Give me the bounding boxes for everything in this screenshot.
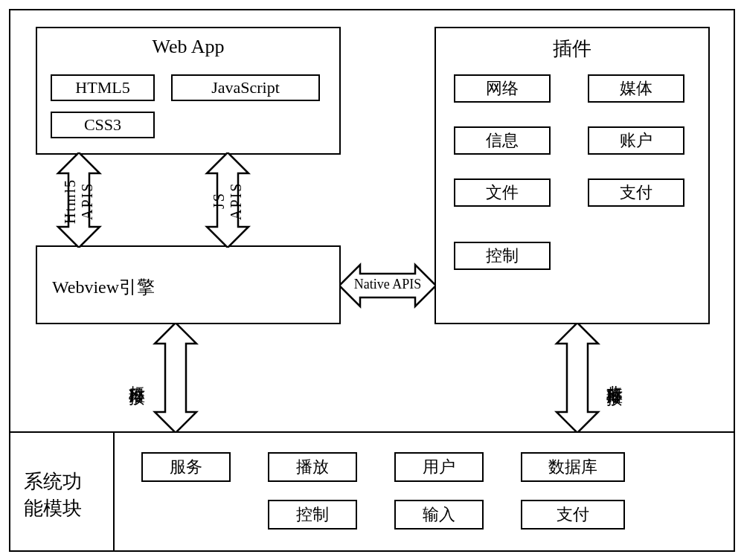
system-item-pay: 支付 (521, 500, 625, 530)
svg-marker-3 (155, 323, 196, 433)
arrow-nonstd-iface-label: 非标准接口 (606, 327, 623, 424)
arrow-html5-apis-label: Html5 APIS (65, 164, 92, 238)
arrow-nonstd-iface (551, 323, 604, 433)
arrow-std-iface (149, 323, 202, 433)
plugin-item-control: 控制 (454, 242, 551, 270)
webapp-item-javascript: JavaScript (171, 74, 320, 101)
arrow-js-apis-label: JS APIS (214, 171, 241, 231)
webapp-item-html5: HTML5 (51, 74, 155, 101)
plugin-item-network: 网络 (454, 74, 551, 103)
system-item-play: 播放 (268, 452, 357, 482)
system-item-input: 输入 (394, 500, 484, 530)
webview-label: Webview引擎 (52, 275, 155, 299)
plugin-item-file: 文件 (454, 178, 551, 207)
plugins-title: 插件 (434, 36, 710, 62)
system-item-user: 用户 (394, 452, 484, 482)
system-item-service: 服务 (141, 452, 231, 482)
system-item-control: 控制 (268, 500, 357, 530)
diagram-canvas: Web App HTML5 JavaScript CSS3 插件 网络 媒体 信… (0, 0, 744, 560)
arrow-std-iface-label: 标准接口 (128, 335, 146, 416)
plugin-item-media: 媒体 (588, 74, 684, 103)
system-title: 系统功 能模块 (24, 469, 82, 523)
svg-marker-4 (557, 323, 598, 433)
webapp-item-css3: CSS3 (51, 112, 155, 138)
plugins-box (434, 27, 710, 324)
plugin-item-account: 账户 (588, 126, 684, 155)
system-divider-h (9, 431, 735, 433)
webapp-title: Web App (36, 36, 341, 58)
system-item-database: 数据库 (521, 452, 625, 482)
system-divider-v (113, 431, 115, 552)
plugin-item-info: 信息 (454, 126, 551, 155)
plugin-item-pay: 支付 (588, 178, 684, 207)
arrow-native-apis-label: Native APIS (339, 277, 436, 292)
